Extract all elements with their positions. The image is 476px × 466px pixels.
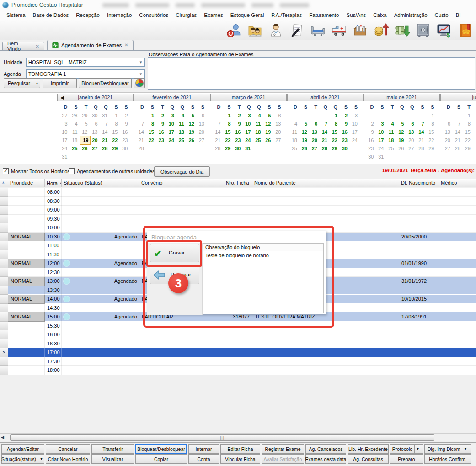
calendar-day[interactable]: 22 — [110, 136, 120, 144]
calendar-day[interactable]: 6 — [197, 111, 207, 120]
bottom-hor-rios-confirm[interactable]: Horários Confirm. — [424, 454, 471, 464]
schedule-row[interactable]: >17:00 — [0, 348, 476, 357]
calendar-day[interactable]: 1 — [223, 111, 233, 120]
calendar-day[interactable]: 13 — [90, 128, 100, 136]
bottom-visualizar[interactable]: Visualizar — [91, 454, 134, 464]
calendar-day[interactable]: 24 — [243, 136, 253, 144]
row-selector[interactable] — [0, 223, 8, 233]
calendar-day[interactable]: 19 — [187, 128, 197, 136]
close-icon[interactable]: ✕ — [124, 42, 128, 48]
bottom-cancelar[interactable]: Cancelar — [46, 444, 90, 454]
col-header-situa-o-status[interactable]: Situação (Status) — [62, 179, 139, 187]
bottom-registrar-exame[interactable]: Registrar Exame — [262, 444, 304, 454]
calendar-day[interactable]: 4 — [386, 120, 396, 128]
block-observation-textarea[interactable]: Teste de bloqueio de horário — [203, 251, 324, 313]
pharmacy-icon[interactable] — [351, 22, 369, 38]
calendar-day[interactable]: 10 — [350, 120, 360, 128]
row-selector[interactable] — [0, 339, 8, 349]
menu-item-cirurgias[interactable]: Cirurgias — [172, 11, 200, 19]
calendar-day[interactable]: 7 — [417, 120, 427, 128]
calendar-day[interactable]: 17 — [166, 128, 176, 136]
calendar-day[interactable]: 6 — [90, 120, 100, 128]
calendar-day[interactable]: 21 — [320, 136, 330, 144]
calendar-day[interactable]: 2 — [120, 111, 130, 120]
chevron-down-icon[interactable]: ▼ — [34, 79, 40, 88]
close-icon[interactable]: ✕ — [36, 44, 39, 49]
row-selector[interactable] — [0, 241, 8, 250]
menu-item-p-a-terapias[interactable]: P.A./Terapias — [267, 11, 305, 19]
calendar-day[interactable]: 21 — [453, 136, 463, 144]
row-selector[interactable] — [0, 286, 8, 295]
menu-item-recep-o[interactable]: Recepção — [72, 11, 103, 19]
hospital-bed-icon[interactable] — [309, 22, 326, 38]
calendar-day[interactable]: 31 — [376, 153, 386, 161]
calendar-day[interactable]: 13 — [197, 120, 207, 128]
calendar-day[interactable]: 1 — [427, 111, 437, 120]
safe-icon[interactable] — [414, 22, 432, 38]
calendar-day[interactable]: 18 — [70, 136, 80, 144]
chevron-down-icon[interactable]: ▼ — [462, 445, 468, 453]
chart-button[interactable] — [134, 78, 145, 88]
calendar-day[interactable]: 18 — [289, 136, 300, 144]
schedule-row[interactable]: 08:00 — [0, 188, 476, 197]
menu-item-interna-o[interactable]: Internação — [103, 11, 135, 19]
calendar-day[interactable]: 23 — [233, 136, 243, 144]
bottom-bloquear-desbloquear[interactable]: Bloquear/Desbloquear — [135, 444, 187, 454]
calendar-day[interactable]: 4 — [70, 120, 80, 128]
calendar-day[interactable]: 20 — [406, 136, 417, 144]
calendar-day[interactable]: 15 — [330, 128, 340, 136]
calendar-day[interactable]: 20 — [443, 136, 453, 144]
row-selector[interactable] — [0, 295, 8, 304]
calendar-day[interactable]: 2 — [366, 120, 376, 128]
calendar-day[interactable]: 17 — [60, 136, 70, 144]
calendar-day[interactable]: 30 — [340, 144, 350, 153]
menu-item-estoque-geral[interactable]: Estoque Geral — [227, 11, 268, 19]
bottom-vincular-ficha[interactable]: Vincular Ficha — [220, 454, 260, 464]
calendar-day[interactable]: 20 — [197, 128, 207, 136]
calendar-day[interactable]: 8 — [463, 120, 473, 128]
schedule-row[interactable]: 09:30 — [0, 215, 476, 224]
calendar-day[interactable]: 1 — [463, 111, 473, 120]
col-header-dt-nascimento[interactable]: Dt. Nascimento — [399, 179, 439, 187]
calendar-day[interactable]: 28 — [136, 144, 146, 153]
sync-user-icon[interactable] — [225, 22, 242, 38]
calendar-day[interactable]: 3 — [60, 120, 70, 128]
calendar-day[interactable]: 22 — [223, 136, 233, 144]
row-selector[interactable] — [0, 366, 8, 375]
bottom-lib-hr-excedente[interactable]: Lib. Hr. Excedente — [348, 444, 389, 454]
calendar-day[interactable]: 7 — [100, 120, 110, 128]
calendar-day[interactable]: 30 — [90, 111, 100, 120]
bottom-exames-desta-data[interactable]: Exames desta data — [305, 454, 346, 464]
calendar-day[interactable]: 24 — [376, 144, 386, 153]
calendar-day[interactable]: 20 — [90, 136, 100, 144]
calendar-day[interactable]: 8 — [330, 120, 340, 128]
bottom-protocolo[interactable]: Protocolo▼ — [390, 444, 423, 454]
calendar-day[interactable]: 10 — [60, 128, 70, 136]
calendar-day[interactable]: 22 — [330, 136, 340, 144]
calendar-day[interactable]: 6 — [273, 111, 283, 120]
calendar-day[interactable]: 17 — [376, 136, 386, 144]
calendar-day[interactable]: 31 — [243, 144, 253, 153]
menu-item-base-de-dados[interactable]: Base de Dados — [29, 11, 73, 19]
schedule-row[interactable]: 08:30 — [0, 197, 476, 206]
calendar-day[interactable]: 29 — [223, 144, 233, 153]
calendar-day[interactable]: 3 — [243, 111, 253, 120]
calendar-day[interactable]: 11 — [70, 128, 80, 136]
row-selector[interactable] — [0, 330, 8, 339]
calendar-day[interactable]: 10 — [376, 128, 386, 136]
calendar-day[interactable]: 21 — [136, 136, 146, 144]
menu-item-sistema[interactable]: Sistema — [3, 11, 29, 19]
calendar-day[interactable]: 15 — [463, 128, 473, 136]
calendar-day[interactable]: 10 — [166, 120, 176, 128]
menu-item-faturamento[interactable]: Faturamento — [305, 11, 342, 19]
calendar-day[interactable]: 19 — [300, 136, 310, 144]
calendar-day[interactable]: 13 — [443, 128, 453, 136]
calendar-day[interactable]: 11 — [386, 128, 396, 136]
calendar-day[interactable]: 12 — [263, 120, 273, 128]
calendar-day[interactable]: 23 — [156, 136, 166, 144]
calendar-day[interactable]: 21 — [100, 136, 110, 144]
calendar-day[interactable]: 13 — [406, 128, 417, 136]
calendar-day[interactable]: 6 — [443, 120, 453, 128]
calendar-day[interactable]: 7 — [136, 120, 146, 128]
calendar-day[interactable]: 15 — [110, 128, 120, 136]
